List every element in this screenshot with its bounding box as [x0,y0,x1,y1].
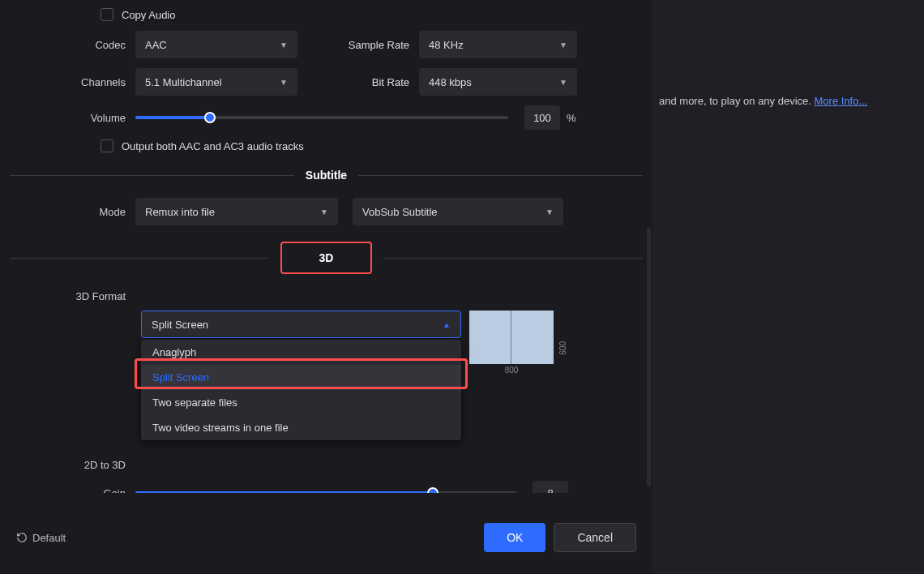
chevron-up-icon: ▲ [443,320,451,329]
option-two-files[interactable]: Two separate files [141,390,461,415]
codec-select[interactable]: AAC ▼ [135,31,297,58]
chevron-down-icon: ▼ [280,41,288,49]
sample-rate-value: 48 KHz [429,39,464,51]
copy-audio-checkbox[interactable] [101,8,113,21]
cancel-button[interactable]: Cancel [554,523,636,552]
subtitle-section-header: Subtitle [10,169,643,182]
gain-label: Gain [10,487,135,494]
preview-width-label: 800 [469,366,554,375]
chevron-down-icon: ▼ [559,41,567,49]
three-d-format-value: Split Screen [152,319,208,331]
chevron-down-icon: ▼ [320,208,328,216]
chevron-down-icon: ▼ [559,78,567,87]
three-d-preview: 800 600 [469,311,567,375]
two-d-to-three-d-label: 2D to 3D [10,459,135,471]
three-d-format-dropdown: Anaglyph Split Screen Two separate files… [141,340,461,440]
subtitle-mode-label: Mode [10,206,135,218]
chevron-down-icon: ▼ [280,78,288,87]
channels-value: 5.1 Multichannel [145,76,222,88]
volume-value[interactable]: 100 [524,105,560,130]
option-two-streams[interactable]: Two video streams in one file [141,415,461,440]
bitrate-label: Bit Rate [297,76,419,88]
subtitle-mode-value: Remux into file [145,206,215,218]
default-button[interactable]: Default [16,532,66,544]
settings-dialog: Copy Audio Codec AAC ▼ Sample Rate 48 KH… [0,0,652,574]
volume-unit: % [567,112,576,124]
subtitle-codec-value: VobSub Subtitle [362,206,438,218]
volume-slider[interactable] [135,116,508,119]
three-d-format-label: 3D Format [10,290,135,302]
codec-value: AAC [145,39,167,51]
info-text-tail: and more, to play on any device. [659,95,811,107]
default-label: Default [32,532,66,544]
reset-icon [16,532,28,543]
more-info-link[interactable]: More Info... [815,95,868,107]
sample-rate-select[interactable]: 48 KHz ▼ [419,31,577,58]
three-d-section-label: 3D [280,242,373,274]
option-split-screen[interactable]: Split Screen [141,365,461,390]
chevron-down-icon: ▼ [545,208,554,216]
channels-label: Channels [10,76,135,88]
gain-value[interactable]: 8 [533,481,568,493]
ok-button[interactable]: OK [484,523,545,552]
volume-label: Volume [10,112,135,124]
channels-select[interactable]: 5.1 Multichannel ▼ [135,68,297,96]
subtitle-mode-select[interactable]: Remux into file ▼ [135,198,338,225]
three-d-section-header: 3D [10,242,643,274]
scrollbar[interactable] [647,227,651,486]
dialog-footer: Default OK Cancel [0,501,652,574]
three-d-format-select[interactable]: Split Screen ▲ [141,311,461,338]
subtitle-codec-select[interactable]: VobSub Subtitle ▼ [353,198,563,225]
info-text: and more, to play on any device. More In… [659,95,867,107]
bitrate-select[interactable]: 448 kbps ▼ [419,68,577,96]
codec-label: Codec [10,39,135,51]
gain-slider[interactable] [135,491,516,493]
option-anaglyph[interactable]: Anaglyph [141,340,461,365]
background-panel: and more, to play on any device. More In… [652,0,924,574]
bitrate-value: 448 kbps [429,76,472,88]
output-both-checkbox[interactable] [101,139,113,152]
output-both-label: Output both AAC and AC3 audio tracks [122,140,304,152]
sample-rate-label: Sample Rate [297,39,419,51]
subtitle-section-label: Subtitle [306,169,347,182]
preview-height-label: 600 [558,341,567,355]
copy-audio-label: Copy Audio [122,9,176,21]
